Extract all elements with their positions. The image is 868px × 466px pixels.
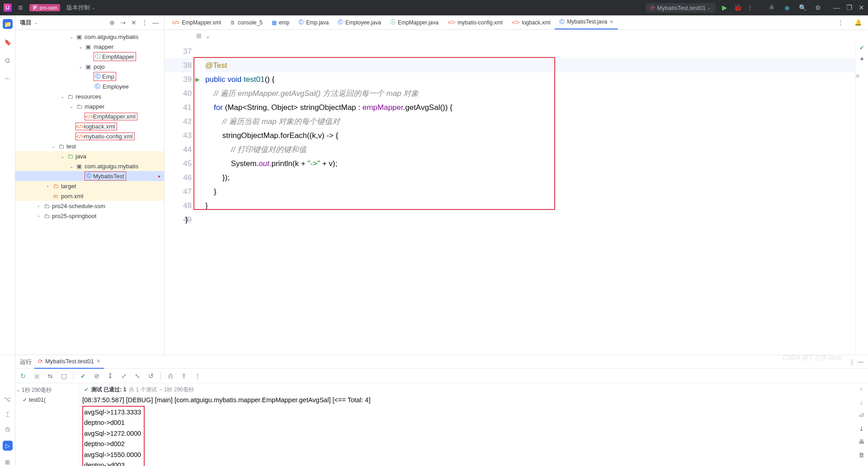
tree-node[interactable]: pro24-schedule-ssm (52, 203, 105, 209)
tool-git-icon[interactable]: ⌥ (4, 396, 11, 403)
scroll-to-end-icon[interactable]: ⤓ (859, 425, 864, 432)
editor-tab-active[interactable]: ⒸMybatisTest.java✕ (555, 15, 618, 30)
editor-tab[interactable]: ⒾEmpMapper.java (386, 15, 443, 30)
tool-services-icon[interactable]: ◷ (5, 426, 10, 433)
run-button-icon[interactable]: ▶ (721, 4, 728, 12)
test-summary: ✔ 测试 已通过: 1 共 1 个测试 – 1秒 290毫秒 (82, 385, 851, 395)
expand-all-icon[interactable]: ⇢ (119, 19, 127, 26)
tool-run-icon[interactable]: ▷ (3, 441, 13, 451)
updates-icon[interactable]: ◉ (783, 4, 791, 11)
locate-icon[interactable]: ⊕ (108, 19, 116, 26)
test-root[interactable]: ⌄1秒 290毫秒 (16, 385, 77, 395)
editor-tab[interactable]: </>logback.xml (507, 15, 555, 30)
console-output[interactable]: ✔ 测试 已通过: 1 共 1 个测试 – 1秒 290毫秒 [08:37:50… (79, 383, 854, 466)
settings-gear-icon[interactable]: ⚙ (814, 4, 821, 11)
test-node[interactable]: ✔test01( (16, 395, 77, 405)
show-passed-icon[interactable]: ✔ (79, 372, 87, 380)
tree-node[interactable]: test (66, 143, 76, 150)
window-minimize-icon[interactable]: — (833, 4, 840, 12)
clear-icon[interactable]: 🗑 (859, 452, 864, 458)
editor-tab[interactable]: ⒸEmp.java (294, 15, 333, 30)
annotation-box: avgSql->1173.3333 deptno->d001 avgSql->1… (82, 406, 145, 466)
print-icon[interactable]: 🖶 (859, 438, 864, 445)
tool-terminal-icon[interactable]: ⌶ (6, 411, 9, 418)
collapse-all-icon[interactable]: ⤡ (133, 372, 142, 380)
search-icon[interactable]: 🔍 (799, 4, 806, 11)
export-icon[interactable]: ⇪ (180, 372, 188, 380)
more-actions-icon[interactable]: ⋮ (746, 4, 754, 11)
more-tool-icon[interactable]: ⋯ (3, 73, 13, 83)
tree-node[interactable]: pro25-springboot (52, 213, 96, 219)
collapse-icon[interactable]: ✕ (130, 19, 138, 26)
code-with-me-icon[interactable]: ≗ (768, 4, 775, 11)
tree-node[interactable]: com.atguigu.mybatis (85, 33, 138, 40)
run-options-icon[interactable]: ⋮ (849, 358, 855, 365)
tab-options-icon[interactable]: ⋮ (833, 19, 848, 26)
editor-tab[interactable]: </>mybatis-config.xml (443, 15, 507, 30)
hide-panel-icon[interactable]: — (151, 19, 160, 26)
editor-tab[interactable]: ⒸEmployee.java (333, 15, 386, 30)
tree-node[interactable]: mybatis-config.xml (84, 133, 133, 140)
title-bar: IJ ≡ Ppro-ssm 版本控制 ⌄ ⟳MybatisTest.test01… (0, 0, 868, 15)
right-gutter: ✔ ✦ (855, 42, 868, 355)
tree-node-selected[interactable]: MybatisTest (93, 173, 124, 180)
ai-assist-icon[interactable]: ✦ (859, 56, 864, 62)
project-panel-title: 项目 (20, 19, 32, 27)
rerun-icon[interactable]: ↻ (19, 372, 27, 380)
run-hide-icon[interactable]: — (858, 358, 863, 365)
import-icon[interactable]: ⎙ (166, 372, 175, 380)
expand-icon[interactable]: ⤢ (120, 372, 128, 380)
stop-disabled-icon: ▣ (33, 372, 41, 380)
soft-wrap-icon[interactable]: ⏎ (859, 412, 864, 419)
code-editor[interactable]: @Test public void test01() { // 遍历 empMa… (195, 42, 855, 355)
back-icon[interactable]: ⊞ (196, 32, 202, 39)
run-config-selector[interactable]: ⟳MybatisTest.test01⌄ (646, 3, 716, 13)
toggle-auto-icon[interactable]: ⇆ (46, 372, 54, 380)
run-panel-title: 运行 (20, 358, 32, 366)
tree-node[interactable]: java (75, 153, 86, 160)
tool-build-icon[interactable]: ⊞ (5, 459, 10, 466)
tree-node[interactable]: mapper (94, 43, 113, 50)
tree-node[interactable]: EmpMapper.xml (93, 113, 136, 120)
scroll-up-icon[interactable]: ↑ (860, 386, 863, 393)
editor-tab[interactable]: </>EmpMapper.xml (167, 15, 226, 30)
tree-node[interactable]: com.atguigu.mybatis (85, 163, 138, 170)
vcs-dropdown[interactable]: 版本控制 ⌄ (66, 4, 95, 12)
dropdown-icon[interactable]: ⌄ (205, 32, 211, 39)
window-close-icon[interactable]: ✕ (859, 4, 864, 12)
bookmarks-tool-icon[interactable]: 🔖 (3, 37, 13, 47)
tree-node[interactable]: Employee (103, 83, 129, 90)
inspection-ok-icon[interactable]: ✔ (859, 44, 864, 51)
panel-options-icon[interactable]: ⋮ (141, 19, 149, 26)
tree-node[interactable]: Emp (102, 73, 114, 80)
sort-icon[interactable]: ↧ (106, 372, 114, 380)
test-tree[interactable]: ⌄1秒 290毫秒 ✔test01( (15, 383, 79, 466)
project-tree[interactable]: ⌄▣com.atguigu.mybatis ⌄▣mapper ⒾEmpMappe… (15, 30, 164, 355)
structure-tool-icon[interactable]: ⌬ (3, 55, 13, 65)
tree-node[interactable]: mapper (85, 103, 104, 110)
editor-body[interactable]: 37 38 39▶ 40 41 42 43 44 45 46 47 48 49 … (165, 42, 868, 355)
tree-node[interactable]: pom.xml (61, 193, 83, 200)
main-menu-icon[interactable]: ≡ (18, 3, 23, 13)
editor-area: </>EmpMapper.xml 🗎console_5 ▦emp ⒸEmp.ja… (165, 15, 868, 355)
editor-tab[interactable]: 🗎console_5 (226, 15, 267, 30)
window-maximize-icon[interactable]: ❐ (846, 4, 852, 12)
stop-icon[interactable]: ▢ (60, 372, 68, 380)
history-icon[interactable]: ↺ (147, 372, 155, 380)
project-panel: 项目 ⌄ ⊕ ⇢ ✕ ⋮ — ⌄▣com.atguigu.mybatis ⌄▣m… (15, 15, 165, 355)
tree-node[interactable]: target (61, 183, 76, 190)
project-tool-icon[interactable]: 📁 (3, 19, 13, 29)
tree-node[interactable]: resources (75, 93, 101, 100)
scroll-down-icon[interactable]: ↓ (860, 399, 863, 406)
tree-node[interactable]: EmpMapper (102, 53, 134, 60)
close-tab-icon[interactable]: ✕ (609, 19, 613, 25)
project-chip[interactable]: Ppro-ssm (29, 4, 61, 11)
more-icon[interactable]: ⋮ (193, 372, 202, 380)
debug-button-icon[interactable]: 🐞 (734, 4, 741, 12)
run-tab[interactable]: ⟳MybatisTest.test01✕ (34, 355, 104, 369)
tree-node[interactable]: pojo (94, 63, 105, 70)
show-ignored-icon[interactable]: ⊘ (93, 372, 101, 380)
tree-node[interactable]: logback.xml (84, 123, 115, 130)
editor-tab[interactable]: ▦emp (267, 15, 294, 30)
notifications-icon[interactable]: 🔔 (848, 19, 868, 26)
